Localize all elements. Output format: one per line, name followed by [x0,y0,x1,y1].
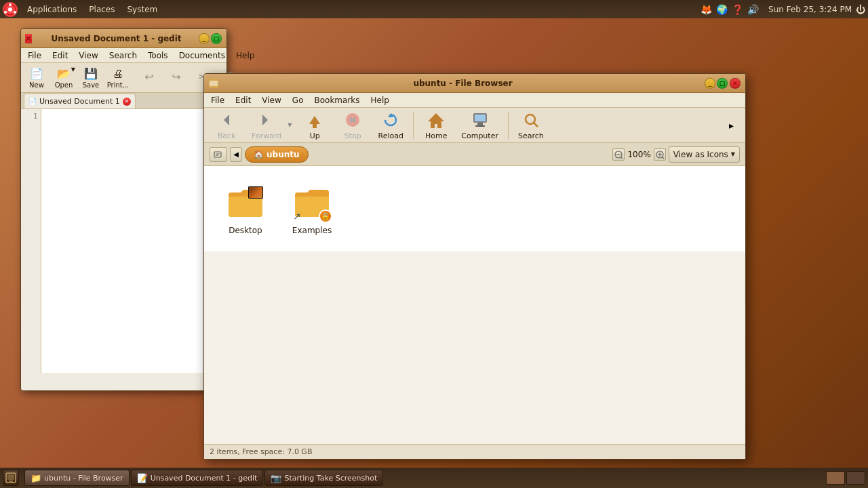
redo-icon: ↪ [172,70,180,83]
file-browser-window: ubuntu - File Browser _ □ ✕ File Edit Vi… [203,73,746,460]
gedit-menu-file[interactable]: File [24,49,45,62]
workspace-2-button[interactable] [846,471,865,485]
fb-minimize-button[interactable]: _ [705,78,715,89]
gedit-menubar: File Edit View Search Tools Documents He… [21,48,226,63]
zoom-in-button[interactable] [654,148,666,161]
computer-button[interactable]: Computer [457,110,502,141]
fb-toolbar-separator-1 [413,112,414,139]
gedit-redo-button[interactable]: ↪ [163,65,189,91]
gedit-new-button[interactable]: 📄 New [24,65,50,91]
taskbar-item-file-browser[interactable]: 📁 ubuntu - File Browser [24,470,130,486]
taskbar-item-screenshot[interactable]: 📷 Starting Take Screenshot [264,470,383,486]
search-button[interactable]: Search [514,110,548,141]
gedit-minimize-button[interactable]: _ [199,33,210,44]
fb-menu-file[interactable]: File [207,94,229,106]
gedit-menu-help[interactable]: Help [232,49,258,62]
taskbar: 📁 ubuntu - File Browser 📝 Unsaved Docume… [0,468,868,488]
panel-menu-system[interactable]: System [121,3,163,16]
forward-button[interactable]: Forward [248,110,285,141]
gedit-menu-documents[interactable]: Documents [175,49,229,62]
fb-close-button[interactable]: ✕ [730,78,741,89]
fb-menu-go[interactable]: Go [288,94,308,106]
reload-button[interactable]: Reload [374,110,408,141]
gedit-close-button[interactable]: ✕ [25,34,32,43]
gedit-save-button[interactable]: 💾 Save [78,65,104,91]
clock: Sun Feb 25, 3:24 PM [768,5,852,14]
fb-maximize-button[interactable]: □ [717,78,728,89]
view-dropdown-arrow: ▼ [731,151,735,157]
gedit-menu-tools[interactable]: Tools [144,49,172,62]
firefox-icon[interactable]: 🦊 [701,4,712,15]
stop-button[interactable]: Stop [336,110,370,141]
svg-line-21 [534,123,538,127]
svg-rect-22 [214,152,221,157]
help-icon[interactable]: ❓ [732,4,743,15]
desktop-folder-item[interactable]: Desktop [215,177,276,241]
forward-icon [258,110,275,131]
view-as-icons-dropdown[interactable]: View as Icons ▼ [669,146,740,163]
fb-extra-icon[interactable]: ▸ [729,120,740,131]
fb-status-text: 2 items, Free space: 7.0 GB [210,447,312,456]
back-button[interactable]: Back [210,110,243,141]
gedit-toolbar: 📄 New 📂 Open ▼ 💾 Save 🖨 Print... ↩ [21,63,226,93]
fb-menu-edit[interactable]: Edit [231,94,255,106]
svg-rect-18 [477,123,483,125]
gedit-tab-close[interactable]: ✕ [123,98,131,106]
gedit-print-button[interactable]: 🖨 Print... [105,65,131,91]
show-desktop-button[interactable] [3,470,19,486]
up-button[interactable]: Up [298,110,332,141]
fb-title: ubuntu - File Browser [222,79,704,88]
gedit-maximize-button[interactable]: □ [211,33,222,44]
fb-menu-help[interactable]: Help [367,94,393,106]
gedit-menu-edit[interactable]: Edit [48,49,72,62]
fb-content-area: Desktop ↗ 🔒 [204,166,745,444]
fb-location-bar: ◀ 🏠 ubuntu 100% [204,143,745,166]
print-icon: 🖨 [113,67,123,80]
home-button[interactable]: Home [419,110,453,141]
fb-zoom-area: 100% View as Icons ▼ [612,146,740,163]
fb-titlebar: ubuntu - File Browser _ □ ✕ [204,74,745,93]
gedit-open-button[interactable]: 📂 Open ▼ [51,65,77,91]
svg-point-1 [8,7,12,12]
forward-dropdown-arrow[interactable]: ▼ [285,113,294,138]
svg-rect-19 [475,125,485,127]
home-icon [427,110,446,131]
svg-rect-34 [9,481,13,482]
ubuntu-logo[interactable] [3,2,18,17]
svg-marker-8 [262,115,268,125]
gedit-menu-view[interactable]: View [75,49,102,62]
gedit-menu-search[interactable]: Search [105,49,141,62]
power-icon[interactable]: ⏻ [856,4,865,15]
gedit-tabs: 📄 Unsaved Document 1 ✕ [21,93,226,109]
svg-marker-15 [428,113,444,128]
editor-area[interactable] [41,109,226,373]
reload-icon [381,110,400,131]
gedit-tab-1[interactable]: 📄 Unsaved Document 1 ✕ [24,94,136,108]
workspace-1-button[interactable] [826,471,845,485]
gedit-tab-doc-icon: 📄 [28,98,37,105]
taskbar-screenshot-label: Starting Take Screenshot [284,474,377,483]
taskbar-right [826,471,865,485]
open-dropdown-arrow[interactable]: ▼ [71,66,75,73]
location-prev-button[interactable]: ◀ [230,147,242,162]
examples-folder-icon: ↗ 🔒 [292,182,332,223]
stop-icon [343,110,362,131]
panel-menu-applications[interactable]: Applications [22,3,82,16]
gedit-undo-button[interactable]: ↩ [136,65,162,91]
panel-menu-places[interactable]: Places [83,3,120,16]
folder-preview [248,186,263,199]
volume-icon[interactable]: 🔊 [747,4,759,15]
examples-folder-item[interactable]: ↗ 🔒 Examples [281,177,342,241]
taskbar-item-gedit[interactable]: 📝 Unsaved Document 1 - gedit [131,470,264,486]
fb-menu-view[interactable]: View [258,94,285,106]
location-edit-button[interactable] [210,147,227,162]
fb-file-list: Desktop ↗ 🔒 [204,166,745,251]
workspace-switcher [826,471,865,485]
gedit-window: ✕ Unsaved Document 1 - gedit _ □ File Ed… [20,28,227,391]
network-icon[interactable]: 🌍 [716,4,728,15]
show-desktop-icon [5,472,16,483]
fb-menu-bookmarks[interactable]: Bookmarks [310,94,363,106]
location-pill-ubuntu[interactable]: 🏠 ubuntu [245,146,309,163]
desktop-folder-icon [225,182,266,223]
zoom-out-button[interactable] [612,148,625,161]
